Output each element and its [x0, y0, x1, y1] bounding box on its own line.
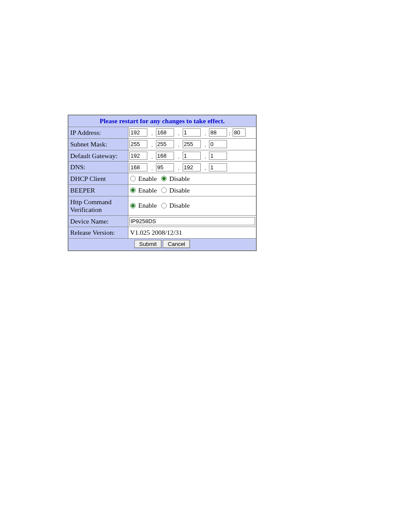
- dns-octet-2[interactable]: [156, 163, 174, 171]
- dot-separator: .: [202, 142, 207, 148]
- disable-label: Disable: [169, 187, 190, 194]
- ip-octet-1[interactable]: [129, 128, 147, 137]
- subnet-octet-1[interactable]: [129, 140, 147, 148]
- dot-separator: .: [149, 154, 154, 160]
- dot-separator: .: [149, 142, 154, 148]
- release-version-value: V1.025 2008/12/31: [129, 229, 182, 236]
- enable-label: Enable: [138, 187, 157, 194]
- gateway-octet-2[interactable]: [156, 152, 174, 160]
- restart-notice: Please restart for any changes to take e…: [68, 115, 256, 127]
- subnet-octet-3[interactable]: [183, 140, 201, 148]
- dot-separator: .: [149, 131, 154, 137]
- form-actions: Submit Cancel: [68, 239, 256, 251]
- dot-separator: .: [202, 154, 207, 160]
- default-gateway-label: Default Gateway:: [68, 150, 128, 162]
- subnet-octet-4[interactable]: [209, 140, 227, 148]
- subnet-octet-2[interactable]: [156, 140, 174, 148]
- dot-separator: .: [176, 154, 181, 160]
- disable-label: Disable: [169, 175, 190, 182]
- gateway-octet-1[interactable]: [129, 152, 147, 160]
- release-version-label: Release Version:: [68, 227, 128, 239]
- ip-octet-4[interactable]: [209, 128, 227, 137]
- dot-separator: .: [176, 142, 181, 148]
- device-name-row: [128, 215, 257, 227]
- httpcmd-disable-radio[interactable]: [161, 203, 167, 208]
- dot-separator: .: [202, 131, 207, 137]
- beeper-label: BEEPER: [68, 185, 128, 196]
- enable-label: Enable: [138, 175, 157, 182]
- dns-octet-3[interactable]: [183, 163, 201, 171]
- ip-port[interactable]: [233, 128, 246, 137]
- ip-address-row: . . . :: [128, 127, 257, 139]
- dns-octet-1[interactable]: [129, 163, 147, 171]
- gateway-octet-3[interactable]: [183, 152, 201, 160]
- beeper-row: Enable Disable: [129, 187, 192, 194]
- dns-octet-4[interactable]: [209, 163, 227, 171]
- dhcp-disable-radio[interactable]: [161, 176, 167, 181]
- device-name-label: Device Name:: [68, 215, 128, 227]
- dns-label: DNS:: [68, 162, 128, 173]
- dot-separator: .: [176, 165, 181, 171]
- beeper-enable-option[interactable]: Enable: [130, 187, 157, 194]
- default-gateway-row: . . .: [128, 150, 257, 162]
- enable-label: Enable: [138, 202, 157, 209]
- httpcmd-enable-option[interactable]: Enable: [130, 202, 157, 209]
- submit-button[interactable]: Submit: [134, 240, 161, 248]
- dhcp-enable-radio[interactable]: [130, 176, 136, 181]
- subnet-mask-label: Subnet Mask:: [68, 138, 128, 150]
- ip-octet-3[interactable]: [183, 128, 201, 137]
- dot-separator: .: [202, 165, 207, 171]
- dhcp-client-label: DHCP Client: [68, 173, 128, 185]
- dhcp-disable-option[interactable]: Disable: [161, 175, 190, 182]
- dhcp-enable-option[interactable]: Enable: [130, 175, 157, 182]
- dhcp-client-row: Enable Disable: [129, 175, 192, 182]
- ip-octet-2[interactable]: [156, 128, 174, 137]
- release-version-row: V1.025 2008/12/31: [128, 227, 257, 239]
- cancel-button[interactable]: Cancel: [163, 240, 190, 248]
- subnet-mask-row: . . .: [128, 138, 257, 150]
- beeper-disable-radio[interactable]: [161, 187, 167, 193]
- ip-address-label: IP Address:: [68, 127, 128, 139]
- httpcmd-disable-option[interactable]: Disable: [161, 202, 190, 209]
- beeper-enable-radio[interactable]: [130, 187, 136, 193]
- network-config-table: Please restart for any changes to take e…: [68, 115, 257, 251]
- dot-separator: .: [176, 131, 181, 137]
- disable-label: Disable: [169, 202, 190, 209]
- http-command-verification-row: Enable Disable: [129, 202, 192, 209]
- http-command-verification-label: Http Command Verification: [68, 196, 128, 215]
- colon-separator: :: [229, 131, 231, 137]
- httpcmd-enable-radio[interactable]: [130, 203, 136, 208]
- dot-separator: .: [149, 165, 154, 171]
- gateway-octet-4[interactable]: [209, 152, 227, 160]
- dns-row: . . .: [128, 162, 257, 173]
- device-name-input[interactable]: [129, 217, 255, 225]
- beeper-disable-option[interactable]: Disable: [161, 187, 190, 194]
